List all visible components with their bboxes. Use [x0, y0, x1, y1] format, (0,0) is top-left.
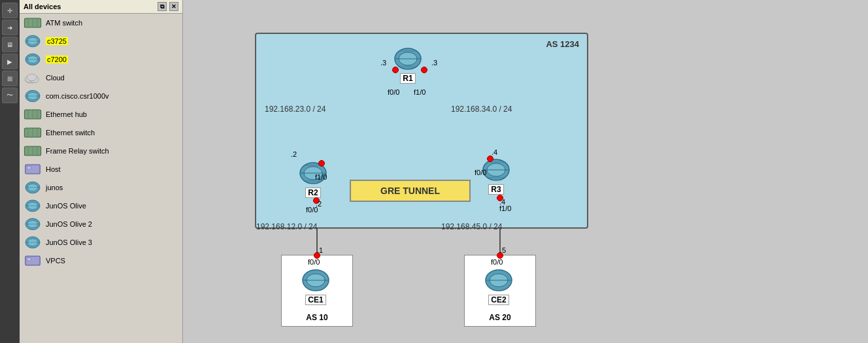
svg-rect-30: [27, 167, 31, 169]
device-item-junos-olive[interactable]: JunOS Olive: [20, 197, 182, 215]
junos-olive3-icon: [24, 235, 42, 250]
r3-f10-label: f1/0: [499, 204, 511, 212]
r1-label: R1: [400, 73, 415, 84]
net-label-45: 192.168.45.0 / 24: [441, 222, 502, 231]
as20-label: AS 20: [465, 313, 535, 322]
r1-f10-label: f1/0: [414, 88, 426, 96]
c3725-label: c3725: [46, 37, 68, 45]
svg-point-13: [27, 74, 37, 81]
device-panel: All devices ⧉ ✕ ATM switch c3725 c7200: [20, 0, 183, 343]
svg-rect-44: [27, 258, 31, 261]
toolbar-move[interactable]: ✛: [2, 3, 18, 18]
ce2-box: .5 f0/0 CE2 AS 20: [464, 255, 536, 327]
eth-hub-label: Ethernet hub: [46, 110, 87, 118]
r1-f00-label: f0/0: [388, 88, 399, 96]
device-item-c3725[interactable]: c3725: [20, 32, 182, 50]
junos-label: junos: [46, 184, 63, 191]
host-icon: [24, 162, 42, 176]
device-item-cloud[interactable]: Cloud: [20, 69, 182, 87]
device-item-eth-hub[interactable]: Ethernet hub: [20, 105, 182, 123]
main-canvas[interactable]: AS 1234 192.168.23.0 / 24 192.168.34.0 /…: [183, 0, 868, 343]
ce2-icon: [483, 267, 514, 293]
device-item-csr1000v[interactable]: com.cisco.csr1000v: [20, 87, 182, 105]
device-item-c7200[interactable]: c7200: [20, 50, 182, 69]
r1-dot-left: [392, 67, 399, 73]
r3-label: R3: [488, 184, 503, 195]
device-item-junos[interactable]: junos: [20, 178, 182, 197]
device-item-frame-relay[interactable]: Frame Relay switch: [20, 142, 182, 160]
panel-controls: ⧉ ✕: [158, 2, 178, 11]
ce1-f00-label: f0/0: [308, 258, 320, 266]
eth-switch-icon: [24, 125, 42, 140]
device-panel-header: All devices ⧉ ✕: [20, 0, 182, 14]
panel-close-btn[interactable]: ✕: [169, 2, 178, 11]
c7200-label: c7200: [46, 56, 68, 63]
toolbar-play[interactable]: ▶: [2, 54, 18, 69]
r3-f00-label: f0/0: [475, 169, 486, 176]
router-r1[interactable]: R1: [392, 46, 424, 84]
r1-dot3-right: .3: [431, 59, 437, 67]
ce2-dot5: .5: [500, 246, 506, 254]
cloud-label: Cloud: [46, 74, 65, 82]
junos-icon: [24, 180, 42, 195]
ce2-f00-label: f0/0: [491, 258, 503, 266]
device-list: ATM switch c3725 c7200 Cloud com.cisco.c…: [20, 14, 182, 343]
device-item-eth-switch[interactable]: Ethernet switch: [20, 123, 182, 142]
eth-hub-icon: [24, 107, 42, 122]
toolbar-snake[interactable]: 〜: [2, 88, 18, 103]
gre-tunnel-box: GRE TUNNEL: [350, 180, 471, 202]
device-item-host[interactable]: Host: [20, 160, 182, 178]
as1234-label: AS 1234: [546, 39, 579, 49]
ce1-label: CE1: [305, 295, 326, 305]
ce1-dot1: .1: [317, 246, 323, 254]
device-item-junos-olive3[interactable]: JunOS Olive 3: [20, 233, 182, 252]
ce1-box: .1 f0/0 CE1 AS 10: [281, 255, 353, 327]
csr1000v-label: com.cisco.csr1000v: [46, 92, 109, 100]
net-label-23: 192.168.23.0 / 24: [265, 105, 326, 114]
junos-olive-label: JunOS Olive: [46, 202, 86, 210]
junos-olive3-label: JunOS Olive 3: [46, 238, 92, 246]
vpcs-label: VPCS: [46, 257, 65, 265]
toolbar-network[interactable]: ⊞: [2, 71, 18, 86]
host-label: Host: [46, 165, 61, 173]
csr1000v-icon: [24, 89, 42, 103]
frame-relay-label: Frame Relay switch: [46, 147, 109, 155]
vpcs-icon: [24, 253, 42, 268]
net-label-34: 192.168.34.0 / 24: [451, 105, 512, 114]
panel-title: All devices: [24, 3, 61, 10]
gre-label: GRE TUNNEL: [380, 186, 440, 196]
r2-f00-label: f0/0: [306, 206, 318, 214]
r3-dot-top: [487, 155, 493, 162]
router-ce1[interactable]: CE1: [300, 267, 331, 305]
junos-olive2-icon: [24, 217, 42, 231]
atm-switch-icon: [24, 16, 42, 30]
as10-label: AS 10: [282, 313, 352, 322]
router-ce2[interactable]: CE2: [483, 267, 514, 305]
r2-dot2-top: .2: [291, 150, 297, 158]
r1-dot-right: [421, 67, 427, 73]
r3-dot4-top: .4: [492, 148, 497, 156]
atm-switch-label: ATM switch: [46, 19, 82, 27]
c7200-icon: [24, 52, 42, 67]
ce2-label: CE2: [488, 295, 509, 305]
panel-restore-btn[interactable]: ⧉: [158, 2, 167, 11]
junos-olive2-label: JunOS Olive 2: [46, 220, 92, 228]
network-diagram: AS 1234 192.168.23.0 / 24 192.168.34.0 /…: [216, 20, 843, 340]
device-item-junos-olive2[interactable]: JunOS Olive 2: [20, 215, 182, 233]
device-item-atm-switch[interactable]: ATM switch: [20, 14, 182, 32]
r2-f10-label: f1/0: [315, 173, 327, 181]
net-label-12: 192.168.12.0 / 24: [256, 222, 317, 231]
frame-relay-icon: [24, 144, 42, 158]
r1-dot3-left: .3: [380, 59, 386, 67]
eth-switch-label: Ethernet switch: [46, 129, 95, 137]
toolbar-monitor[interactable]: 🖥: [2, 37, 18, 52]
c3725-icon: [24, 34, 42, 48]
r2-label: R2: [305, 188, 320, 198]
ce1-icon: [300, 267, 331, 293]
junos-olive-icon: [24, 199, 42, 213]
toolbar-arrow[interactable]: ➜: [2, 20, 18, 35]
cloud-icon: [24, 71, 42, 85]
device-item-vpcs[interactable]: VPCS: [20, 252, 182, 270]
r2-dot-top: [318, 160, 325, 167]
left-toolbar: ✛ ➜ 🖥 ▶ ⊞ 〜: [0, 0, 20, 343]
